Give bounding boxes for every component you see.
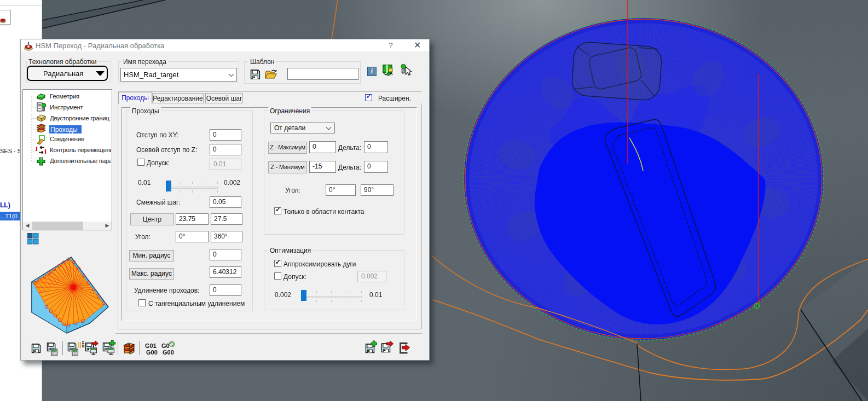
svg-text:G0: G0	[161, 342, 170, 349]
svg-text:G00: G00	[146, 349, 158, 356]
svg-text:G00: G00	[163, 349, 174, 356]
svg-text:G01: G01	[145, 342, 157, 349]
